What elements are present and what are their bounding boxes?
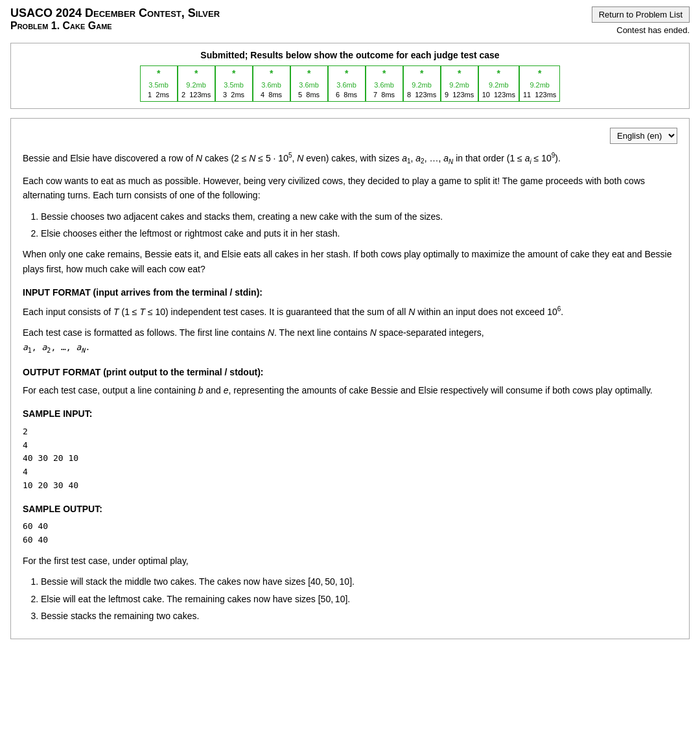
tc-size: 3.6mb bbox=[257, 80, 286, 90]
para1: Each cow wants to eat as much as possibl… bbox=[23, 174, 677, 203]
tc-num-time: 2 123ms bbox=[181, 90, 211, 100]
page-header: USACO 2024 December Contest, Silver Prob… bbox=[10, 6, 690, 35]
test-case: *3.6mb6 8ms bbox=[328, 65, 366, 102]
test-case: *9.2mb8 123ms bbox=[403, 65, 441, 102]
tc-num-time: 6 8ms bbox=[332, 90, 362, 100]
star-icon: * bbox=[369, 67, 399, 80]
star-icon: * bbox=[445, 67, 474, 80]
test-case: *3.6mb4 8ms bbox=[253, 65, 290, 102]
tc-num-time: 9 123ms bbox=[445, 90, 474, 100]
input-format-heading: INPUT FORMAT (input arrives from the ter… bbox=[23, 285, 677, 300]
tc-size: 9.2mb bbox=[445, 80, 474, 90]
star-icon: * bbox=[482, 67, 515, 80]
tc-size: 9.2mb bbox=[482, 80, 515, 90]
test-case: *3.6mb5 8ms bbox=[290, 65, 328, 102]
star-icon: * bbox=[219, 67, 249, 80]
tc-size: 3.6mb bbox=[294, 80, 324, 90]
language-select[interactable]: English (en) bbox=[610, 128, 677, 144]
star-icon: * bbox=[257, 67, 286, 80]
contest-status: Contest has ended. bbox=[592, 25, 690, 35]
test-case: *9.2mb9 123ms bbox=[441, 65, 478, 102]
tc-size: 3.6mb bbox=[332, 80, 362, 90]
explanation-step-3: Bessie stacks the remaining two cakes. bbox=[41, 609, 677, 623]
sample-input: 2 4 40 30 20 10 4 10 20 30 40 bbox=[23, 425, 677, 493]
submission-title: Submitted; Results below show the outcom… bbox=[20, 50, 680, 60]
star-icon: * bbox=[332, 67, 362, 80]
tc-num-time: 10 123ms bbox=[482, 90, 515, 100]
explanation-step-2: Elsie will eat the leftmost cake. The re… bbox=[41, 592, 677, 606]
tc-num-time: 8 123ms bbox=[407, 90, 437, 100]
test-case: *3.5mb1 2ms bbox=[140, 65, 178, 102]
test-case: *3.6mb7 8ms bbox=[366, 65, 403, 102]
test-case: *9.2mb11 123ms bbox=[519, 65, 560, 102]
tc-num-time: 3 2ms bbox=[219, 90, 249, 100]
explanation-intro: For the first test case, under optimal p… bbox=[23, 554, 677, 568]
rule-2: Elsie chooses either the leftmost or rig… bbox=[41, 226, 677, 241]
tc-size: 9.2mb bbox=[407, 80, 437, 90]
problem-text: Bessie and Elsie have discovered a row o… bbox=[23, 150, 677, 623]
star-icon: * bbox=[294, 67, 324, 80]
output-para: For each test case, output a line contai… bbox=[23, 383, 677, 397]
para2: When only one cake remains, Bessie eats … bbox=[23, 247, 677, 276]
tc-num-time: 11 123ms bbox=[523, 90, 556, 100]
title-block: USACO 2024 December Contest, Silver Prob… bbox=[10, 6, 220, 32]
rules-list: Bessie chooses two adjacent cakes and st… bbox=[41, 209, 677, 241]
sample-output-heading: SAMPLE OUTPUT: bbox=[23, 502, 677, 516]
test-case: *3.5mb3 2ms bbox=[215, 65, 253, 102]
output-format-heading: OUTPUT FORMAT (print output to the termi… bbox=[23, 365, 677, 379]
tc-num-time: 1 2ms bbox=[144, 90, 174, 100]
input-para2: Each test case is formatted as follows. … bbox=[23, 325, 677, 356]
test-case: *9.2mb2 123ms bbox=[178, 65, 215, 102]
star-icon: * bbox=[181, 67, 211, 80]
star-icon: * bbox=[144, 67, 174, 80]
problem-title: Problem 1. Cake Game bbox=[10, 20, 220, 32]
star-icon: * bbox=[523, 67, 556, 80]
intro-paragraph: Bessie and Elsie have discovered a row o… bbox=[23, 150, 677, 167]
test-cases-row: *3.5mb1 2ms*9.2mb2 123ms*3.5mb3 2ms*3.6m… bbox=[20, 65, 680, 102]
contest-title: USACO 2024 December Contest, Silver bbox=[10, 6, 220, 20]
tc-size: 3.5mb bbox=[144, 80, 174, 90]
input-para1: Each input consists of T (1 ≤ T ≤ 10) in… bbox=[23, 304, 677, 319]
star-icon: * bbox=[407, 67, 437, 80]
return-to-problem-list-button[interactable]: Return to Problem List bbox=[592, 6, 690, 23]
problem-section: English (en) Bessie and Elsie have disco… bbox=[10, 118, 690, 639]
tc-size: 3.5mb bbox=[219, 80, 249, 90]
tc-num-time: 4 8ms bbox=[257, 90, 286, 100]
language-select-row: English (en) bbox=[23, 128, 677, 144]
explanation-steps-list: Bessie will stack the middle two cakes. … bbox=[41, 574, 677, 623]
top-right: Return to Problem List Contest has ended… bbox=[592, 6, 690, 35]
submission-box: Submitted; Results below show the outcom… bbox=[10, 43, 690, 109]
tc-num-time: 7 8ms bbox=[369, 90, 399, 100]
rule-1: Bessie chooses two adjacent cakes and st… bbox=[41, 209, 677, 224]
explanation-step-1: Bessie will stack the middle two cakes. … bbox=[41, 574, 677, 589]
tc-num-time: 5 8ms bbox=[294, 90, 324, 100]
sample-input-heading: SAMPLE INPUT: bbox=[23, 406, 677, 421]
tc-size: 3.6mb bbox=[369, 80, 399, 90]
tc-size: 9.2mb bbox=[523, 80, 556, 90]
sample-output: 60 40 60 40 bbox=[23, 520, 677, 547]
tc-size: 9.2mb bbox=[181, 80, 211, 90]
test-case: *9.2mb10 123ms bbox=[478, 65, 519, 102]
